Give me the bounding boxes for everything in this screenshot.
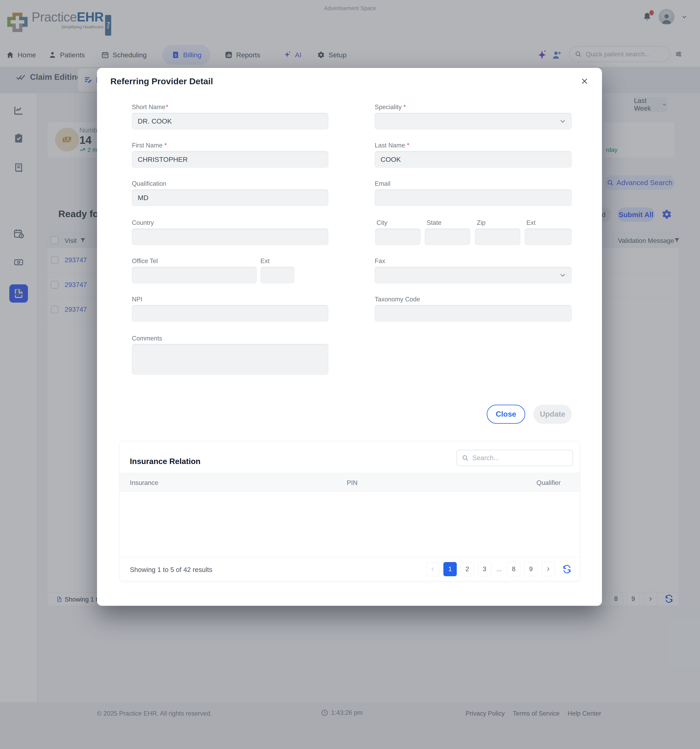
insurance-relation-title: Insurance Relation: [130, 457, 200, 466]
comments-textarea[interactable]: [132, 344, 328, 375]
next-page-button[interactable]: [541, 562, 555, 576]
qualification-label: Qualification: [132, 180, 167, 187]
insurance-table-body-empty: [120, 492, 580, 557]
chevron-down-icon: [559, 118, 566, 125]
ext-input[interactable]: [524, 228, 572, 245]
page-ellipsis: ...: [495, 566, 503, 573]
insurance-table-footer: Showing 1 to 5 of 42 results 1 2 3 ... 8…: [120, 557, 580, 581]
qualifier-column-header: Qualifier: [536, 479, 561, 486]
email-input[interactable]: [375, 190, 572, 206]
close-button[interactable]: Close: [487, 405, 525, 424]
taxonomy-label: Taxonomy Code: [375, 296, 420, 303]
speciality-select[interactable]: [375, 113, 572, 130]
qualification-input[interactable]: [132, 190, 328, 206]
npi-label: NPI: [132, 296, 142, 303]
page-button[interactable]: 8: [507, 562, 520, 576]
insurance-results-summary: Showing 1 to 5 of 42 results: [130, 566, 212, 573]
ext-label: Ext: [526, 219, 535, 226]
country-label: Country: [132, 219, 154, 226]
referring-provider-modal: Referring Provider Detail Short Name* Sp…: [97, 68, 602, 606]
office-tel-label: Office Tel: [132, 257, 158, 265]
pin-column-header: PIN: [347, 479, 358, 486]
last-name-label: Last Name*: [375, 142, 410, 149]
insurance-relation-card: Insurance Relation Insurance PIN Qualifi…: [119, 441, 580, 581]
short-name-label: Short Name*: [132, 104, 168, 111]
office-ext-input[interactable]: [260, 267, 294, 283]
first-name-input[interactable]: [132, 151, 328, 168]
last-name-input[interactable]: [375, 151, 572, 168]
city-input[interactable]: [375, 228, 420, 245]
fax-select[interactable]: [375, 267, 572, 283]
insurance-search-input[interactable]: [472, 454, 568, 462]
city-label: City: [376, 219, 387, 226]
short-name-input[interactable]: [132, 113, 328, 130]
speciality-label: Speciality*: [375, 104, 406, 111]
office-ext-label: Ext: [260, 257, 270, 265]
comments-label: Comments: [132, 335, 162, 342]
page-button[interactable]: 1: [443, 562, 457, 576]
insurance-table-header: Insurance PIN Qualifier: [120, 473, 580, 492]
state-input[interactable]: [425, 228, 470, 245]
insurance-search[interactable]: [457, 450, 573, 466]
fax-label: Fax: [375, 257, 385, 265]
required-asterisk: *: [407, 142, 410, 149]
office-tel-input[interactable]: [132, 267, 257, 283]
taxonomy-input[interactable]: [375, 305, 572, 322]
page-button[interactable]: 2: [461, 562, 474, 576]
zip-label: Zip: [477, 219, 486, 226]
first-name-label: First Name*: [132, 142, 167, 149]
insurance-column-header: Insurance: [130, 479, 158, 486]
required-asterisk: *: [403, 104, 406, 111]
page-button[interactable]: 9: [524, 562, 538, 576]
country-input[interactable]: [132, 228, 328, 245]
update-button[interactable]: Update: [533, 405, 572, 424]
required-asterisk: *: [166, 104, 168, 111]
search-icon: [462, 454, 469, 462]
required-asterisk: *: [165, 142, 167, 149]
page-button[interactable]: 3: [478, 562, 491, 576]
close-icon[interactable]: [578, 75, 591, 87]
state-label: State: [427, 219, 441, 226]
prev-page-button[interactable]: [426, 562, 440, 576]
modal-title: Referring Provider Detail: [110, 76, 213, 86]
refresh-icon[interactable]: [562, 564, 572, 574]
npi-input[interactable]: [132, 305, 328, 322]
email-label: Email: [375, 180, 391, 187]
zip-input[interactable]: [475, 228, 520, 245]
chevron-down-icon: [559, 272, 566, 278]
